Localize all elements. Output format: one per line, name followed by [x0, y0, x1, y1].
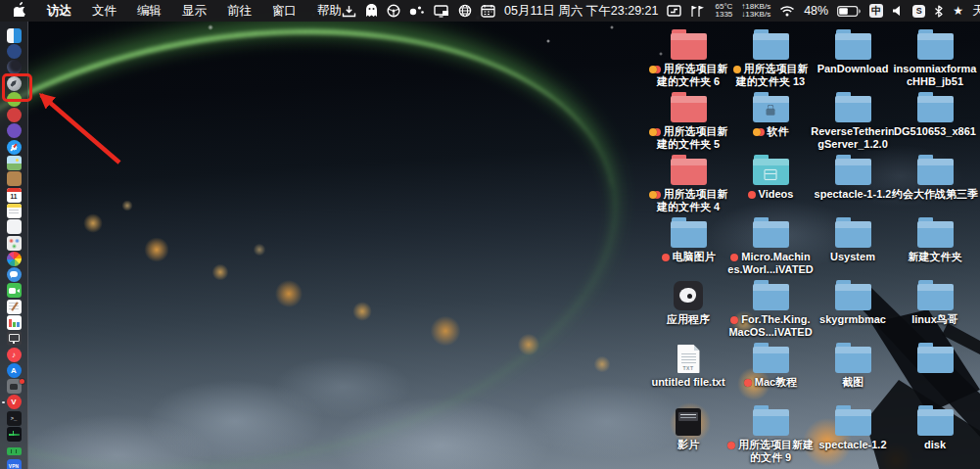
menu-item-2[interactable]: 编辑 — [137, 3, 162, 20]
txt-icon: TXT — [677, 345, 700, 373]
desktop-item-21[interactable]: Mac教程 — [723, 341, 817, 389]
fan-text: 1335 — [715, 11, 732, 20]
dock-globe-app[interactable] — [0, 43, 27, 59]
dock-terminal[interactable]: >_ — [0, 410, 27, 426]
desktop-item-29[interactable] — [723, 460, 817, 469]
dock-textedit[interactable] — [0, 299, 27, 314]
dock-stocks-chart-app[interactable] — [0, 314, 27, 330]
desktop-item-5[interactable]: 软件 — [723, 90, 817, 138]
desktop-item-28[interactable] — [641, 460, 735, 469]
desktop-item-label: 约会大作战第三季 — [892, 188, 978, 201]
desktop-item-label: untitled file.txt — [651, 376, 724, 389]
desktop-item-1[interactable]: 用所选项目新 建的文件夹 13 — [723, 27, 817, 87]
desktop-item-15[interactable]: 新建文件夹 — [888, 215, 980, 263]
dock-pictures-app[interactable] — [0, 155, 27, 170]
dock-vpn-app[interactable]: VPN — [0, 458, 27, 469]
desktop-item-23[interactable] — [888, 341, 980, 373]
desktop-item-3[interactable]: insomniaxforma cHHB_jb51 — [888, 27, 980, 87]
app-dark-icon — [674, 281, 703, 310]
battery-icon[interactable] — [837, 6, 861, 17]
window-manager-icon[interactable] — [667, 5, 681, 17]
desktop-item-0[interactable]: 用所选项目新 建的文件夹 6 — [641, 27, 735, 87]
desktop-item-7[interactable]: DG510653_x861 — [888, 90, 980, 138]
desktop-item-12[interactable]: 电脑图片 — [641, 215, 735, 263]
dock-calendar[interactable]: 11 — [0, 187, 27, 203]
dock-document-app[interactable] — [0, 219, 27, 235]
speaker-icon[interactable] — [892, 5, 904, 17]
globe-app-icon — [7, 44, 22, 59]
istat-mini-icon — [7, 447, 22, 455]
dock-camera-app[interactable] — [0, 379, 27, 395]
dock-activity-app[interactable] — [0, 426, 27, 442]
dock-vivaldi-browser[interactable]: V — [0, 395, 27, 410]
desktop-item-24[interactable]: 影片 — [641, 403, 735, 451]
input-method-badge[interactable]: 中 — [869, 4, 883, 18]
dock-facetime[interactable] — [0, 283, 27, 299]
active-app-title[interactable]: 天色迷香 — [972, 3, 980, 20]
desktop-item-2[interactable]: PanDownload — [806, 27, 900, 75]
dock-photos[interactable] — [0, 251, 27, 266]
desktop-item-25[interactable]: 用所选项目新建 的文件 9 — [723, 403, 817, 463]
display-status-icon[interactable] — [434, 5, 449, 18]
dock-notes[interactable] — [0, 203, 27, 218]
dock-music[interactable]: ♪ — [0, 347, 27, 362]
menu-item-5[interactable]: 窗口 — [272, 3, 297, 20]
bluetooth-icon[interactable] — [934, 5, 944, 18]
desktop-item-26[interactable]: spectacle-1.2 — [806, 403, 900, 451]
star-icon[interactable]: ★ — [953, 5, 963, 17]
calendar-status-icon[interactable] — [481, 4, 495, 18]
wifi-icon[interactable] — [779, 5, 795, 17]
desktop-item-label: Micro.Machin es.Worl...iVATED — [727, 251, 813, 275]
desktop-item-8[interactable]: 用所选项目新 建的文件夹 4 — [641, 153, 735, 212]
download-tray-icon[interactable] — [342, 5, 356, 18]
tag-orange-icon — [649, 66, 657, 73]
flags-icon[interactable] — [690, 5, 706, 18]
dock-finder[interactable] — [0, 27, 27, 43]
ghost-app-icon[interactable] — [365, 4, 378, 18]
desktop-item-19[interactable]: linux鸟哥 — [888, 278, 980, 326]
menu-item-1[interactable]: 文件 — [92, 3, 117, 20]
folder-red-icon — [671, 96, 707, 122]
menu-item-0[interactable]: 访达 — [47, 3, 71, 20]
menu-item-6[interactable]: 帮助 — [317, 3, 342, 20]
cal-emblem-icon — [765, 168, 777, 179]
desktop-item-18[interactable]: skygrmbmac — [806, 278, 900, 326]
macos-desktop: 访达文件编辑显示前往窗口帮助 05月11日 周六 下午23:29:21 65°C… — [0, 0, 980, 469]
menu-item-3[interactable]: 显示 — [182, 3, 207, 20]
desktop-item-22[interactable]: 截图 — [806, 341, 900, 389]
desktop-item-27[interactable]: disk — [888, 403, 980, 451]
dots-status-icon[interactable] — [409, 5, 425, 17]
desktop-item-11[interactable]: 约会大作战第三季 — [888, 153, 980, 201]
desktop-item-9[interactable]: Videos — [723, 153, 817, 201]
desktop-item-31[interactable] — [888, 460, 980, 469]
desktop-item-14[interactable]: Usystem — [806, 215, 900, 263]
dock-display-app[interactable] — [0, 331, 27, 347]
dock-red-app[interactable] — [0, 107, 27, 122]
desktop-item-6[interactable]: ReverseTetherin gServer_1.2.0 — [806, 90, 900, 150]
folder-red-icon — [671, 159, 707, 185]
dock-messages[interactable] — [0, 266, 27, 282]
desktop-item-16[interactable]: 应用程序 — [641, 278, 735, 326]
desktop-item-30[interactable] — [806, 460, 900, 469]
temp-fan-readout[interactable]: 65°C 1335 — [715, 3, 732, 20]
desktop-item-20[interactable]: TXTuntitled file.txt — [641, 341, 735, 389]
s-app-badge[interactable]: S — [912, 5, 925, 18]
globe-icon[interactable] — [458, 4, 472, 18]
apple-menu[interactable] — [14, 2, 26, 20]
desktop-item-10[interactable]: spectacle-1-1.2 — [806, 153, 900, 201]
desktop-item-17[interactable]: For.The.King. MacOS...iVATED — [723, 278, 817, 338]
dock-istat-mini[interactable] — [0, 443, 27, 458]
dock-contacts-app[interactable] — [0, 171, 27, 187]
desktop-item-13[interactable]: Micro.Machin es.Worl...iVATED — [723, 215, 817, 275]
datetime-text[interactable]: 05月11日 周六 下午23:29:21 — [504, 3, 658, 20]
network-speed-readout[interactable]: ↑18KB/s ↓13KB/s — [741, 3, 770, 20]
dock-app-store[interactable]: A — [0, 362, 27, 378]
menu-item-4[interactable]: 前往 — [227, 3, 252, 20]
desktop-item-4[interactable]: 用所选项目新 建的文件夹 5 — [641, 90, 735, 150]
tag-red-icon — [744, 379, 752, 387]
dock-floppy-app[interactable] — [0, 123, 27, 139]
dock-safari[interactable] — [0, 139, 27, 155]
display-app-icon — [7, 331, 22, 346]
dock-colors-app[interactable] — [0, 235, 27, 251]
steering-wheel-icon[interactable] — [387, 4, 400, 18]
